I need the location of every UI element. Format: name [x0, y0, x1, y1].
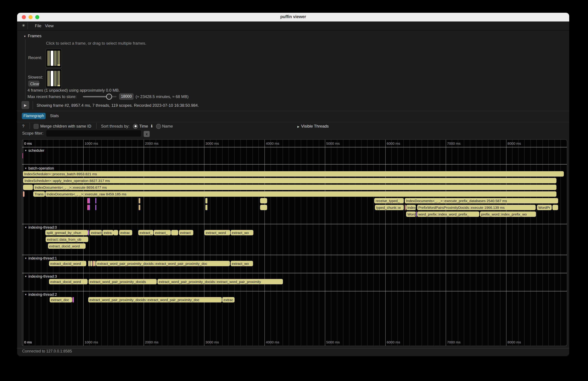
- scope-bar[interactable]: [87, 198, 89, 203]
- scope-bar[interactable]: WordPr: [537, 205, 552, 210]
- frame-thumb-bar[interactable]: [47, 71, 50, 86]
- scope-bar[interactable]: extract_wo: [231, 230, 253, 235]
- scope-bar[interactable]: split_grenad_by_chun: [45, 230, 88, 235]
- scope-bar[interactable]: [260, 205, 267, 210]
- scope-bar[interactable]: extra: [102, 230, 113, 235]
- sort-name-radio[interactable]: [156, 124, 161, 129]
- scope-bar[interactable]: [139, 205, 140, 210]
- scope-bar[interactable]: [171, 230, 178, 235]
- scope-bar[interactable]: [88, 261, 90, 266]
- tab-stats[interactable]: Stats: [50, 114, 59, 118]
- scope-bar[interactable]: extract_word_pair_proximity_docids::extr…: [88, 297, 222, 302]
- thread-group-header-batch-operation[interactable]: ▼batch-operation: [24, 166, 54, 170]
- scope-bar[interactable]: extrac: [222, 297, 234, 302]
- scope-bar[interactable]: prefix_word::index_prefix_wo: [480, 212, 536, 217]
- thread-group-header-indexing-thread-0[interactable]: ▼indexing-thread:0: [24, 225, 57, 229]
- menu-view[interactable]: View: [45, 23, 54, 28]
- scope-bar[interactable]: [205, 198, 208, 203]
- scope-bar[interactable]: extrac: [119, 230, 132, 235]
- merge-children-checkbox[interactable]: [34, 124, 39, 129]
- scope-bar[interactable]: IndexScheduler>::apply_index_operation 8…: [23, 178, 556, 183]
- slowest-frames-thumbnail[interactable]: [46, 69, 62, 88]
- thread-group-header-indexing-thread-3[interactable]: ▼indexing-thread:3: [24, 274, 57, 278]
- scope-bar[interactable]: IndexDocuments<_, _>::execute_prefix_dat…: [405, 198, 558, 203]
- scope-bar[interactable]: [95, 205, 96, 210]
- scope-bar[interactable]: extract::data_from_ob: [46, 237, 88, 242]
- tab-flamegraph[interactable]: Flamegraph: [22, 113, 46, 119]
- thread-group-header-indexing-thread-2[interactable]: ▼indexing-thread:2: [24, 292, 57, 296]
- scope-bar[interactable]: extract: [90, 230, 102, 235]
- scope-bar[interactable]: Trans: [33, 191, 45, 197]
- scope-bar[interactable]: [22, 153, 23, 158]
- scope-bar[interactable]: [88, 230, 89, 235]
- sort-direction-arrow-icon[interactable]: ⬇: [150, 124, 153, 128]
- scope-bar[interactable]: index: [406, 205, 416, 210]
- scope-bar[interactable]: extract_wo: [231, 261, 253, 266]
- sort-time-label[interactable]: Time: [139, 124, 148, 128]
- scope-bar[interactable]: [95, 198, 96, 203]
- max-frames-value[interactable]: 18000: [119, 93, 134, 100]
- frame-thumb-bar[interactable]: [54, 71, 57, 86]
- scope-bar[interactable]: extract_word: [204, 230, 230, 235]
- scope-bar[interactable]: IndexScheduler>::process_batch 8953.821 …: [23, 171, 564, 177]
- scope-bar[interactable]: PrefixWordPairsProximityDocids::execute …: [417, 205, 536, 210]
- scope-bar[interactable]: [92, 261, 94, 266]
- play-button[interactable]: ▶: [21, 101, 29, 109]
- scope-bar[interactable]: [23, 191, 24, 197]
- scope-bar[interactable]: receive_typed_: [374, 198, 404, 203]
- scope-bar[interactable]: [87, 205, 89, 210]
- scope-bar-label: extract_word: [206, 231, 226, 235]
- scope-bar[interactable]: [416, 212, 417, 217]
- clear-button[interactable]: Clear: [28, 81, 39, 87]
- scope-bar[interactable]: [23, 185, 33, 190]
- menu-file[interactable]: File: [35, 23, 42, 28]
- scope-bar[interactable]: Word: [406, 212, 416, 217]
- scope-bar[interactable]: [552, 205, 558, 210]
- help-button[interactable]: ?: [22, 124, 24, 128]
- scope-bar[interactable]: [94, 261, 96, 266]
- frame-thumb-bar[interactable]: [57, 71, 60, 86]
- scope-bar[interactable]: extract_word_pair_proximity_docids::extr…: [96, 261, 230, 266]
- scope-bar[interactable]: [113, 230, 118, 235]
- scope-bar[interactable]: extract_docid_word: [49, 261, 86, 266]
- slider-knob[interactable]: [106, 94, 112, 100]
- scope-bar[interactable]: [205, 205, 208, 210]
- thread-group-header-scheduler[interactable]: ▼scheduler: [24, 148, 44, 152]
- scope-bar[interactable]: [405, 205, 406, 210]
- scope-bar[interactable]: extract_word_pair_proximity_docids::extr…: [157, 279, 283, 284]
- recent-frames-thumbnail[interactable]: [46, 49, 62, 68]
- scope-bar[interactable]: [139, 198, 140, 203]
- sort-name-label[interactable]: Name: [162, 124, 173, 128]
- frames-section-header[interactable]: ▼Frames: [23, 34, 42, 38]
- scope-bar[interactable]: IndexDocuments<_, _>::execute 8656.677 m…: [33, 185, 556, 190]
- scope-bar[interactable]: word_prefix::index_word_prefix_: [417, 212, 479, 217]
- scope-bar[interactable]: IndexDocuments<_, _>::execute_raw 8459.1…: [45, 191, 556, 197]
- scope-bar[interactable]: extract_docid_word: [49, 279, 88, 284]
- frame-thumb-bar[interactable]: [51, 51, 53, 66]
- scope-filter-input[interactable]: [46, 130, 141, 137]
- scope-bar[interactable]: [260, 198, 267, 203]
- scope-bar[interactable]: extract: [179, 230, 193, 235]
- scope-bar[interactable]: [73, 297, 74, 302]
- scope-bar[interactable]: [89, 205, 90, 210]
- scope-bar[interactable]: [90, 261, 92, 266]
- scope-bar[interactable]: extract_word_pair_proximity_docids: [88, 279, 157, 284]
- frame-thumb-bar[interactable]: [54, 51, 57, 66]
- scope-bar[interactable]: extract_: [138, 230, 153, 235]
- scope-bar[interactable]: extract_: [154, 230, 171, 235]
- scope-bar[interactable]: [89, 198, 90, 203]
- clear-filter-button[interactable]: x: [144, 131, 150, 137]
- theme-toggle-icon[interactable]: ✳: [22, 23, 25, 28]
- merge-children-label[interactable]: Merge children with same ID: [40, 124, 91, 128]
- scope-bar-label: IndexScheduler>::apply_index_operation 8…: [24, 179, 110, 183]
- sort-time-radio[interactable]: [133, 124, 138, 129]
- scope-bar[interactable]: extract_docid_word: [48, 243, 85, 249]
- frame-thumb-bar[interactable]: [51, 71, 53, 86]
- flamegraph-canvas[interactable]: 0 ms1000 ms2000 ms3000 ms4000 ms5000 ms6…: [22, 139, 567, 346]
- thread-group-header-indexing-thread-1[interactable]: ▼indexing-thread:1: [24, 256, 57, 260]
- frame-thumb-bar[interactable]: [47, 51, 50, 66]
- scope-bar[interactable]: extract_doc: [49, 297, 72, 302]
- frame-thumb-bar[interactable]: [57, 51, 60, 66]
- scope-bar[interactable]: typed_chunk::w: [375, 205, 404, 210]
- visible-threads-header[interactable]: ▶Visible Threads: [297, 124, 329, 128]
